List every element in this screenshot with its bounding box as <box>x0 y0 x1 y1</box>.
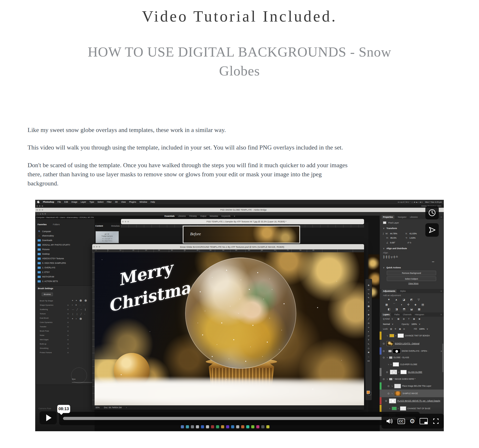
menu-app-name[interactable]: Photoshop <box>43 201 54 203</box>
sidebar-item-high-res[interactable]: 0. HIGH RES SAMPLERS <box>38 262 93 264</box>
lock-icon[interactable]: ◘ <box>67 321 68 323</box>
visibility-eye-icon[interactable]: ⊙ <box>382 356 385 359</box>
settings-gear-icon[interactable]: ⚙ <box>410 418 415 424</box>
close-window-button[interactable] <box>36 209 38 211</box>
background-document-bar[interactable]: PSD TEMPLATE 1 Sampler By ATP Textures W… <box>121 219 364 224</box>
sidebar-item-photo-stuff[interactable]: OOGALL MY PHOTO STUFF!! <box>38 244 93 246</box>
brush-option[interactable]: Color Dynamics◘ <box>40 321 68 323</box>
tab-libraries-panel[interactable]: Libraries <box>410 216 418 218</box>
close-window-button[interactable] <box>93 246 95 247</box>
video-player[interactable]: Photoshop File Edit Image Layer Type Sel… <box>35 200 444 431</box>
sidebar-item-home[interactable]: ⌂sharonoakey <box>38 234 93 237</box>
tab-paths[interactable]: Paths <box>394 313 399 316</box>
photoshop-toolbar[interactable]: ✥ ▭ ∿ ✎ ⌗ ▦ ✧ ✚ ╱ ⊙ ⌯ ◐ ▱ T ↖ ◇ ✱ ◌ ••• <box>365 279 372 400</box>
layer-thumbnail[interactable] <box>394 384 401 388</box>
panel-menu-icon[interactable]: ≡ <box>441 290 444 292</box>
brush-option[interactable]: Shape Dynamics◘ <box>40 304 68 306</box>
sidebar-item-downloads[interactable]: Downloads <box>38 239 93 241</box>
brush-option[interactable]: Transfer◘ <box>40 326 68 328</box>
layer-mask-thumbnail[interactable] <box>393 362 399 367</box>
minimize-window-button[interactable] <box>125 221 126 222</box>
tab-essentials[interactable]: Essentials <box>165 215 175 217</box>
sidebar-item-instagram[interactable]: INSTAGRAM <box>38 275 93 278</box>
tab-styles[interactable]: Styles <box>400 290 406 292</box>
layer-thumbnail[interactable] <box>386 341 394 346</box>
layer-name[interactable]: GLASS GLOBE <box>408 371 422 373</box>
lock-icon[interactable]: ◘ <box>67 304 68 306</box>
visibility-eye-icon[interactable]: ⊙ <box>385 371 389 374</box>
sidebar-item-action-sets[interactable]: 2. ACTION SETS <box>38 280 93 282</box>
play-button[interactable] <box>40 411 57 424</box>
x-value[interactable]: 41.03% <box>409 232 417 235</box>
picture-in-picture-icon[interactable] <box>419 418 428 424</box>
brush-option[interactable]: Noise◘ <box>40 334 68 336</box>
group-expanded-icon[interactable]: ∨ <box>386 378 388 380</box>
menu-image[interactable]: Image <box>71 201 77 203</box>
layer-row-globe-glass-group[interactable]: ⊙ ∨ GLOBE - GLASS <box>379 354 444 360</box>
layer-name[interactable]: SAMPLE IMAGE <box>403 392 418 395</box>
lock-icon[interactable]: ◘ <box>67 339 68 341</box>
filter-kind-select[interactable]: Q Kind <box>383 318 390 320</box>
visibility-eye-icon[interactable]: ⊙ <box>382 342 385 345</box>
y-value[interactable]: 1.63% <box>410 237 416 239</box>
menu-type[interactable]: Type <box>90 201 94 203</box>
lock-icon[interactable]: ◘ <box>67 330 68 332</box>
menu-file[interactable]: File <box>58 201 61 203</box>
chevron-down-icon[interactable]: ∨ <box>426 328 428 330</box>
panel-menu-icon[interactable]: ≡ <box>441 313 444 316</box>
menu-select[interactable]: Select <box>98 201 103 203</box>
filter-type-icons[interactable]: ▦ ◍ T ▣ ◉ <box>397 318 422 320</box>
visibility-eye-icon[interactable]: ⊙ <box>384 400 388 402</box>
align-icons[interactable]: ╟ ╫ ╢ ╤ ╪ ╧ <box>383 255 398 258</box>
mac-dock[interactable] <box>181 425 269 428</box>
layer-row-glass-globe[interactable]: ⊙ 8 GLASS GLOBE <box>379 368 444 376</box>
view-more-link[interactable]: View More <box>408 282 419 285</box>
tab-libraries[interactable]: Libraries <box>178 215 186 217</box>
layer-thumbnail[interactable] <box>389 334 394 337</box>
bridge-nav-icons[interactable]: ‹ › ∨ ↻ ✛ <box>37 213 46 215</box>
menu-3d[interactable]: 3D <box>115 201 118 203</box>
blend-mode-select[interactable]: Normal <box>383 323 390 325</box>
menu-plugins[interactable]: Plugins <box>129 201 136 203</box>
lock-icon[interactable]: ◘ <box>67 317 68 319</box>
chevron-down-icon[interactable]: ∨ <box>392 318 393 320</box>
panel-menu-icon[interactable]: ≡ <box>441 216 444 218</box>
tab-metadata-bridge[interactable]: Metadata <box>111 225 120 227</box>
sidebar-item-desktop[interactable]: Desktop <box>38 253 93 255</box>
brush-preview-grid[interactable]: ● ● ⬤ ⬤ ▪ ★ ◌ ◌ — ╱ ─ ❙ ❘ ❘ ╱ ▫ ● ◐ ⬤ <box>72 298 93 321</box>
lock-icon[interactable]: ◘ <box>67 347 68 349</box>
layer-mask-thumbnail[interactable] <box>398 334 404 338</box>
visibility-eye-icon[interactable]: ⊙ <box>387 392 390 395</box>
brush-option[interactable]: Protect Texture◘ <box>40 351 68 354</box>
fill-value[interactable]: 100% <box>419 328 425 330</box>
sidebar-item-videos-etsy[interactable]: VIDEOS ETSY Textures <box>38 257 93 260</box>
angle-value[interactable]: 0.00° <box>390 241 395 244</box>
watch-later-button[interactable] <box>425 206 439 220</box>
layer-name[interactable]: PLACE IMAGE ABOVE Th..yer - Adjust Opaci… <box>397 400 440 402</box>
document-canvas[interactable]: Merry Christmas! <box>95 252 364 405</box>
layer-name[interactable]: CHANGE TINT OF BOKEH <box>405 334 430 337</box>
close-window-button[interactable] <box>122 221 124 222</box>
layer-row-bokeh-lights[interactable]: ⊙ BOKEH LIGHTS - Optional <box>379 340 444 347</box>
brush-option[interactable]: Dual Brush◘ <box>40 317 68 319</box>
brush-option[interactable]: Wet Edges◘ <box>40 339 68 341</box>
select-subject-button[interactable]: Select Subject <box>387 276 436 281</box>
tab-output[interactable]: Output <box>200 215 206 217</box>
layer-name[interactable]: CLEARER GLOBE <box>400 363 418 366</box>
sidebar-item-pictures[interactable]: Pictures <box>38 248 93 251</box>
align-section-header[interactable]: ∨ Align and Distribute <box>379 247 444 250</box>
chevron-down-icon[interactable]: ∨ <box>419 323 420 325</box>
remove-background-button[interactable]: Remove Background <box>387 271 436 275</box>
photoshop-document-window[interactable]: Snow Globe BACKGROUND TEMPLATE No.1 By A… <box>92 244 364 410</box>
layer-thumbnail[interactable] <box>394 391 401 396</box>
layer-thumbnail[interactable] <box>393 348 400 354</box>
layer-mask-thumbnail[interactable] <box>400 370 407 374</box>
adjustment-icons-row-2[interactable]: ▦ ⌒ ◑ ✣ ◈ ▤ <box>379 303 444 306</box>
menu-filter[interactable]: Filter <box>107 201 112 203</box>
layer-row-snow-overlays[interactable]: ⊙ › SNOW OVERLAYS - OPEN - ◘ <box>379 347 444 354</box>
rotate-icons[interactable]: ↺ ↻ <box>407 241 412 244</box>
minimize-window-button[interactable] <box>39 209 40 211</box>
menu-view[interactable]: View <box>121 201 126 203</box>
tab-favorites[interactable]: Favorites <box>38 223 47 226</box>
close-window-button[interactable] <box>36 205 38 207</box>
